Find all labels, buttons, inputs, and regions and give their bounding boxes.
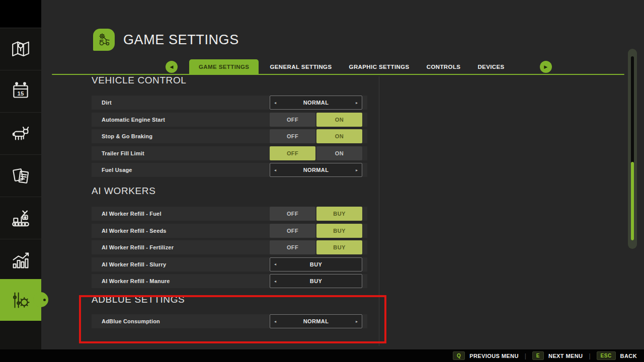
toggle-option-off[interactable]: OFF bbox=[270, 240, 315, 254]
sidebar-item-calendar[interactable]: 15 bbox=[0, 71, 41, 113]
setting-label: AI Worker Refill - Seeds bbox=[102, 228, 167, 234]
setting-row: AI Worker Refill - Manure◂BUY bbox=[92, 274, 367, 288]
setting-row: AI Worker Refill - FuelOFFBUY bbox=[92, 207, 367, 221]
setting-row: AI Worker Refill - Slurry◂BUY bbox=[92, 257, 367, 272]
selector-left-arrow-icon[interactable]: ◂ bbox=[271, 258, 279, 271]
statistics-icon bbox=[9, 249, 32, 272]
toggle-control: OFFBUY bbox=[270, 240, 362, 254]
toggle-option-off[interactable]: OFF bbox=[270, 113, 315, 127]
setting-row: Automatic Engine StartOFFON bbox=[92, 113, 367, 127]
sidebar-item-settings[interactable] bbox=[0, 279, 41, 321]
key-hint-back[interactable]: ESCBACK bbox=[597, 351, 637, 360]
annotation-highlight-box bbox=[79, 295, 386, 343]
setting-label: Stop & Go Braking bbox=[102, 133, 152, 139]
toggle-option-off[interactable]: OFF bbox=[270, 146, 315, 160]
animals-icon bbox=[9, 122, 32, 145]
setting-label: AI Worker Refill - Fuel bbox=[102, 211, 162, 217]
setting-row: Trailer Fill LimitOFFON bbox=[92, 146, 367, 160]
key-hint-label: NEXT MENU bbox=[548, 353, 583, 359]
setting-row: Stop & Go BrakingOFFON bbox=[92, 129, 367, 143]
selector-left-arrow-icon[interactable]: ◂ bbox=[271, 96, 279, 109]
production-icon bbox=[9, 207, 32, 230]
tractor-gear-icon bbox=[96, 32, 112, 48]
selector-value: NORMAL bbox=[303, 167, 329, 173]
page-title: GAME SETTINGS bbox=[123, 32, 239, 48]
contracts-icon bbox=[9, 164, 32, 188]
tab-devices[interactable]: DEVICES bbox=[477, 59, 504, 74]
page-icon-badge bbox=[93, 29, 115, 51]
hint-separator: | bbox=[589, 352, 590, 359]
tab-bar: ◀ GAME SETTINGSGENERAL SETTINGSGRAPHIC S… bbox=[166, 59, 552, 74]
game-settings-screen: 15 bbox=[0, 0, 644, 362]
scrollbar-thumb[interactable] bbox=[631, 162, 634, 240]
scrollbar bbox=[628, 49, 637, 249]
selector-left-arrow-icon[interactable]: ◂ bbox=[271, 275, 279, 288]
setting-row: AI Worker Refill - SeedsOFFBUY bbox=[92, 224, 367, 238]
key-hint-label: PREVIOUS MENU bbox=[469, 353, 519, 359]
setting-row: Fuel Usage◂NORMAL▸ bbox=[92, 163, 367, 177]
setting-row: Dirt◂NORMAL▸ bbox=[92, 96, 367, 110]
setting-label: Trailer Fill Limit bbox=[102, 150, 144, 156]
selector-value: NORMAL bbox=[303, 100, 329, 106]
tab-game-settings[interactable]: GAME SETTINGS bbox=[189, 59, 259, 74]
value-selector: ◂BUY bbox=[270, 257, 362, 272]
tab-graphic-settings[interactable]: GRAPHIC SETTINGS bbox=[349, 59, 410, 74]
chevron-right-icon: ▶ bbox=[544, 64, 547, 69]
active-tab-bump bbox=[33, 292, 48, 307]
toggle-option-buy[interactable]: BUY bbox=[316, 240, 362, 254]
key-hint-next-menu[interactable]: ENEXT MENU bbox=[532, 351, 583, 360]
value-selector: ◂NORMAL▸ bbox=[270, 163, 362, 177]
setting-label: Dirt bbox=[102, 100, 112, 106]
keycap: Q bbox=[453, 351, 465, 360]
selector-left-arrow-icon[interactable]: ◂ bbox=[271, 163, 279, 176]
sidebar-top-block bbox=[0, 0, 41, 28]
settings-icon bbox=[9, 289, 32, 312]
value-selector: ◂NORMAL▸ bbox=[270, 96, 362, 110]
keycap: E bbox=[532, 351, 544, 360]
toggle-control: OFFBUY bbox=[270, 207, 362, 221]
sidebar-item-map[interactable] bbox=[0, 29, 41, 70]
sidebar-item-production[interactable] bbox=[0, 198, 41, 239]
toggle-option-buy[interactable]: BUY bbox=[316, 207, 362, 221]
selector-right-arrow-icon[interactable]: ▸ bbox=[353, 96, 361, 109]
section-header: AI WORKERS bbox=[92, 184, 367, 199]
hint-separator: | bbox=[525, 352, 526, 359]
toggle-control: OFFON bbox=[270, 129, 362, 143]
sidebar: 15 bbox=[0, 0, 41, 349]
setting-row: AI Worker Refill - FertilizerOFFBUY bbox=[92, 240, 367, 254]
toggle-option-off[interactable]: OFF bbox=[270, 207, 315, 221]
toggle-control: OFFBUY bbox=[270, 224, 362, 238]
tab-general-settings[interactable]: GENERAL SETTINGS bbox=[270, 59, 332, 74]
tab-controls[interactable]: CONTROLS bbox=[427, 59, 461, 74]
sidebar-item-animals[interactable] bbox=[0, 113, 41, 155]
setting-label: AI Worker Refill - Slurry bbox=[102, 261, 166, 267]
toggle-control: OFFON bbox=[270, 146, 362, 160]
calendar-icon: 15 bbox=[9, 80, 32, 103]
toggle-option-on[interactable]: ON bbox=[316, 146, 362, 160]
sidebar-item-contracts[interactable] bbox=[0, 155, 41, 197]
next-tab-button[interactable]: ▶ bbox=[540, 61, 552, 73]
selector-value: BUY bbox=[310, 261, 322, 267]
key-hint-previous-menu[interactable]: QPREVIOUS MENU bbox=[453, 351, 519, 360]
keycap: ESC bbox=[597, 351, 616, 360]
section-header: VEHICLE CONTROL bbox=[92, 76, 367, 88]
toggle-option-off[interactable]: OFF bbox=[270, 224, 315, 238]
setting-label: AI Worker Refill - Fertilizer bbox=[102, 244, 174, 250]
toggle-option-off[interactable]: OFF bbox=[270, 129, 315, 143]
toggle-option-buy[interactable]: BUY bbox=[316, 224, 362, 238]
active-tab-dot bbox=[43, 299, 46, 301]
toggle-option-on[interactable]: ON bbox=[316, 113, 362, 127]
value-selector: ◂BUY bbox=[270, 274, 362, 288]
selector-right-arrow-icon[interactable]: ▸ bbox=[353, 163, 361, 176]
selector-value: BUY bbox=[310, 278, 322, 284]
toggle-control: OFFON bbox=[270, 113, 362, 127]
setting-label: AI Worker Refill - Manure bbox=[102, 278, 170, 284]
prev-tab-button[interactable]: ◀ bbox=[166, 61, 178, 73]
chevron-left-icon: ◀ bbox=[170, 64, 174, 69]
setting-label: Automatic Engine Start bbox=[102, 117, 165, 123]
sidebar-item-statistics[interactable] bbox=[0, 240, 41, 282]
toggle-option-on[interactable]: ON bbox=[316, 129, 362, 143]
tab-underline bbox=[52, 74, 624, 75]
setting-label: Fuel Usage bbox=[102, 167, 132, 173]
svg-text:15: 15 bbox=[18, 90, 24, 97]
